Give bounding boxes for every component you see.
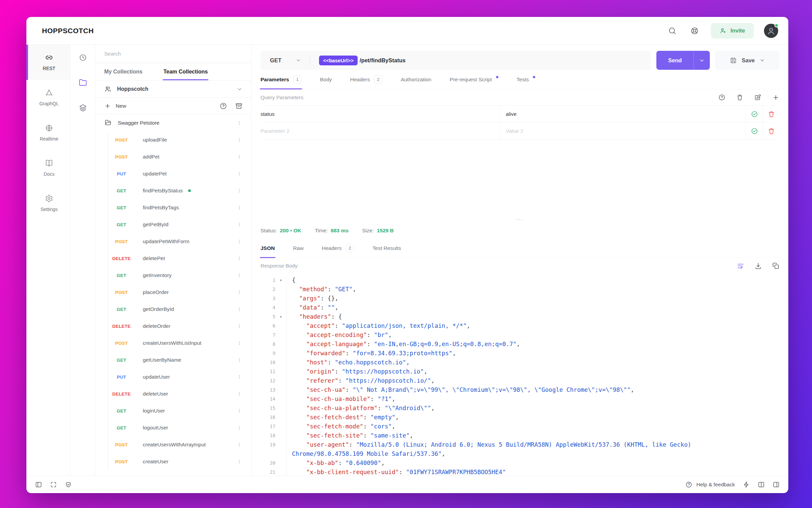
tab-my-collections[interactable]: My Collections (104, 63, 142, 80)
request-item[interactable]: GET loginUser (95, 402, 251, 419)
tab-team-collections[interactable]: Team Collections (163, 63, 208, 80)
response-tab[interactable]: Test Results (373, 238, 401, 258)
collection-search-input[interactable] (104, 51, 243, 57)
request-menu-button[interactable] (235, 304, 243, 314)
add-param-button[interactable] (772, 94, 780, 101)
request-item[interactable]: PUT updateUser (95, 368, 251, 385)
nav-item-graphql[interactable]: GraphQL (26, 80, 70, 115)
code-fold-toggle[interactable]: ▾ (275, 276, 286, 285)
request-item[interactable]: GET getInventory (95, 267, 251, 284)
param-value-input[interactable] (506, 111, 746, 117)
collection-folder-partial[interactable] (95, 470, 251, 475)
request-menu-button[interactable] (235, 372, 243, 382)
param-key-input[interactable] (261, 111, 500, 117)
request-item[interactable]: GET getOrderById (95, 301, 251, 318)
param-delete-button[interactable] (763, 106, 780, 122)
history-tab-button[interactable] (77, 51, 89, 64)
request-tab[interactable]: Authorization (401, 70, 431, 89)
request-item[interactable]: POST placeOrder (95, 284, 251, 301)
request-menu-button[interactable] (235, 457, 243, 467)
collection-menu-button[interactable] (235, 473, 243, 475)
request-item[interactable]: GET findPetsByStatus (95, 182, 251, 199)
request-menu-button[interactable] (235, 270, 243, 280)
send-button[interactable]: Send (656, 51, 694, 70)
send-options-button[interactable] (694, 51, 710, 70)
request-item[interactable]: GET findPetsByTags (95, 199, 251, 216)
request-item[interactable]: GET getUserByName (95, 352, 251, 368)
request-menu-button[interactable] (235, 389, 243, 399)
nav-item-settings[interactable]: Settings (26, 186, 70, 221)
param-toggle-active-button[interactable] (746, 123, 763, 139)
shortcuts-button[interactable] (50, 481, 57, 488)
params-help-button[interactable] (718, 94, 725, 101)
request-menu-button[interactable] (235, 203, 243, 213)
request-menu-button[interactable] (235, 321, 243, 331)
invite-button[interactable]: Invite (711, 23, 754, 39)
param-value-input[interactable] (506, 128, 746, 134)
url-input[interactable]: <<baseUrl>> /pet/findByStatus (310, 56, 651, 65)
nav-item-docs[interactable]: Docs (26, 150, 70, 186)
response-tab[interactable]: JSON (261, 238, 275, 258)
import-export-button[interactable] (235, 102, 243, 110)
request-menu-button[interactable] (235, 253, 243, 263)
request-menu-button[interactable] (235, 169, 243, 179)
request-tab[interactable]: Parameters 1 (261, 70, 301, 89)
request-tab[interactable]: Pre-request Script (450, 70, 498, 89)
bulk-edit-button[interactable] (754, 94, 761, 101)
keyboard-shortcuts-zap-button[interactable] (743, 481, 750, 488)
toggle-columns-button[interactable] (758, 481, 765, 488)
team-selector[interactable]: Hoppscotch (95, 81, 251, 98)
collections-tab-button[interactable] (77, 77, 89, 89)
request-menu-button[interactable] (235, 406, 243, 416)
method-selector[interactable]: GET (261, 51, 310, 70)
collection-folder[interactable]: Swagger Petstore (95, 114, 251, 131)
request-menu-button[interactable] (235, 219, 243, 230)
param-delete-button[interactable] (763, 123, 780, 139)
new-collection-button[interactable]: New (104, 103, 215, 109)
request-menu-button[interactable] (235, 423, 243, 433)
param-toggle-active-button[interactable] (746, 106, 763, 122)
request-item[interactable]: POST createUsersWithListInput (95, 335, 251, 352)
request-item[interactable]: POST createUser (95, 453, 251, 470)
clear-all-params-button[interactable] (736, 94, 743, 101)
request-tab[interactable]: Headers 2 (350, 70, 383, 89)
save-button[interactable]: Save (715, 51, 780, 70)
global-search-button[interactable] (666, 25, 678, 37)
download-response-button[interactable] (754, 262, 762, 270)
request-item[interactable]: DELETE deletePet (95, 250, 251, 267)
code-fold-toggle[interactable]: ▾ (275, 312, 286, 321)
request-menu-button[interactable] (235, 355, 243, 365)
request-item[interactable]: PUT updatePet (95, 165, 251, 182)
help-feedback-button[interactable]: Help & feedback (685, 481, 735, 488)
request-item[interactable]: POST uploadFile (95, 131, 251, 148)
request-tab[interactable]: Body (320, 70, 332, 89)
request-item[interactable]: DELETE deleteUser (95, 385, 251, 402)
toggle-sidebar-button[interactable] (35, 481, 42, 488)
user-avatar[interactable] (764, 24, 778, 38)
request-tab[interactable]: Tests (517, 70, 535, 89)
response-tab[interactable]: Headers 2 (322, 238, 354, 258)
support-button[interactable] (689, 25, 701, 37)
request-item[interactable]: GET getPetById (95, 216, 251, 233)
request-menu-button[interactable] (235, 338, 243, 348)
request-item[interactable]: POST updatePetWithForm (95, 233, 251, 250)
copy-response-button[interactable] (772, 262, 780, 270)
request-menu-button[interactable] (235, 186, 243, 196)
request-menu-button[interactable] (235, 236, 243, 247)
nav-item-realtime[interactable]: Realtime (26, 115, 70, 150)
interceptor-button[interactable] (65, 481, 72, 488)
param-key-input[interactable] (261, 128, 500, 134)
collections-help-button[interactable] (220, 102, 227, 110)
wrap-lines-button[interactable] (737, 262, 744, 270)
request-menu-button[interactable] (235, 135, 243, 145)
environments-tab-button[interactable] (77, 102, 89, 114)
toggle-right-panel-button[interactable] (773, 481, 780, 488)
response-tab[interactable]: Raw (293, 238, 303, 258)
pane-resize-handle[interactable] (261, 216, 780, 223)
request-item[interactable]: POST addPet (95, 148, 251, 165)
request-item[interactable]: GET logoutUser (95, 419, 251, 436)
collection-menu-button[interactable] (235, 118, 243, 128)
nav-item-rest[interactable]: REST (26, 45, 70, 80)
request-menu-button[interactable] (235, 440, 243, 450)
request-menu-button[interactable] (235, 152, 243, 162)
